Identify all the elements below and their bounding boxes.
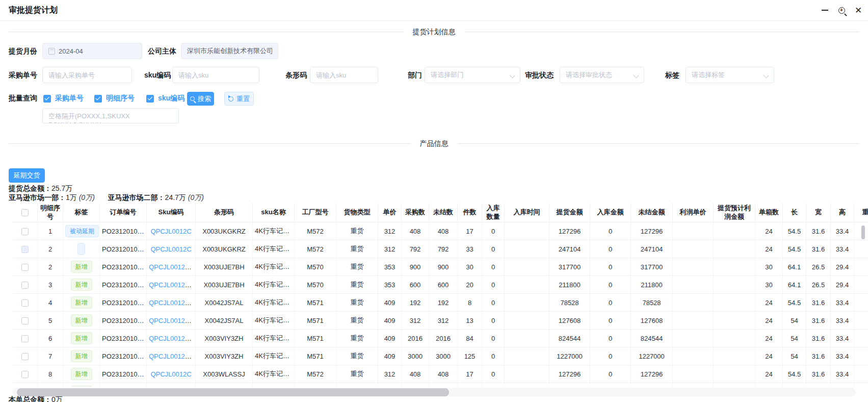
cell-unsettled_amt: 824544 — [631, 330, 673, 347]
cell-seq: 5 — [38, 312, 63, 330]
row-checkbox[interactable] — [21, 282, 29, 289]
minimize-icon[interactable] — [820, 6, 829, 15]
tag-select[interactable]: 请选择标签 — [686, 67, 774, 83]
batch-checkbox-seq-label[interactable]: 明细序号 — [106, 94, 135, 103]
row-checkbox[interactable] — [21, 299, 29, 307]
cell-unsettled: 2016 — [429, 330, 458, 347]
horizontal-scrollbar-thumb[interactable] — [17, 388, 449, 396]
checkbox-checked-icon[interactable] — [146, 95, 154, 103]
zoom-in-icon[interactable] — [837, 6, 846, 15]
column-header: sku名称 — [253, 203, 295, 222]
tag-badge: 新增 — [71, 314, 92, 326]
row-checkbox[interactable] — [21, 353, 29, 360]
row-checkbox[interactable] — [21, 246, 29, 253]
cell-len: 54.5 — [783, 365, 806, 383]
checkbox-checked-icon[interactable] — [43, 95, 51, 103]
sku-link[interactable]: QPCJL0012AOM — [149, 263, 196, 271]
cell-sku: QPCJL0012C — [147, 365, 196, 383]
cell-value: M571 — [307, 335, 324, 342]
cell-value: 4K行车记录... — [255, 370, 295, 378]
sku-input[interactable] — [178, 71, 253, 79]
checkbox-checked-icon[interactable] — [94, 95, 102, 103]
sku-link[interactable]: QPCJL0012AOM — [149, 281, 196, 289]
market1-label: 亚马逊市场一部： — [9, 193, 66, 202]
cell-value: 84 — [466, 335, 473, 342]
reset-button[interactable]: 重置 — [224, 92, 254, 106]
cell-qty: 312 — [402, 312, 429, 330]
table-row: 2新增PO2312010003QPCJL0012AOMX003UJE7BH4K行… — [12, 258, 868, 276]
vertical-scrollbar-thumb[interactable] — [861, 225, 865, 239]
sku-link[interactable]: QPCJL0012C — [150, 245, 191, 253]
sku-link[interactable]: QPCJL0012BOM — [149, 335, 196, 342]
cell-value: 408 — [438, 228, 449, 235]
cell-profit_price — [673, 347, 714, 365]
pickup-total: 提货总金额：25.7万 — [9, 184, 72, 193]
table-row: 8新增PO2312010003QPCJL0012CX003WLASSJ4K行车记… — [12, 365, 868, 383]
cell-value: 64.1 — [788, 281, 801, 289]
sku-link[interactable]: QPCJL0012C — [150, 370, 191, 378]
sku-link[interactable]: QPCJL0012BOM — [149, 299, 196, 307]
cell-unsettled_amt: 317700 — [631, 258, 673, 276]
row-checkbox[interactable] — [21, 335, 29, 342]
order-total: 本单总金额：0万 — [9, 395, 63, 402]
department-select[interactable]: 请选择部门 — [425, 67, 520, 83]
cell-cargo: 重货 — [336, 365, 378, 383]
defer-delivery-button[interactable]: 延期交货 — [9, 168, 45, 183]
cell-value: 127608 — [559, 317, 581, 324]
po-input[interactable] — [48, 71, 126, 79]
cell-value: 4K行车记录... — [255, 334, 295, 342]
cell-in_time — [505, 240, 549, 258]
cell-tag: 新增 — [63, 365, 100, 383]
cell-value: 2016 — [436, 335, 451, 342]
column-header: 高 — [831, 203, 854, 222]
column-header: 未结数 — [429, 203, 458, 222]
row-checkbox[interactable] — [21, 371, 29, 378]
cell-value: PO2312010003 — [102, 263, 147, 271]
close-icon[interactable]: ✕ — [854, 6, 863, 15]
cell-value: X003UJE7BH — [203, 263, 244, 271]
column-header: 提货预计利润金额 — [714, 203, 755, 222]
batch-checkbox-po-label[interactable]: 采购单号 — [55, 94, 84, 103]
row-checkbox[interactable] — [21, 317, 29, 324]
batch-checkbox-po[interactable]: 采购单号 — [43, 92, 84, 105]
cell-model: M572 — [295, 222, 336, 240]
tag-badge: 被动延期 — [65, 225, 99, 237]
cell-price: 353 — [378, 258, 402, 276]
batch-checkbox-sku[interactable]: sku编码 — [146, 92, 185, 105]
cell-value: 重货 — [351, 245, 364, 253]
column-header: 明细序号 — [38, 203, 63, 222]
approval-status-select[interactable]: 请选择审批状态 — [560, 67, 644, 83]
cell-unsettled_amt: 78528 — [631, 294, 673, 312]
cell-value: 17 — [466, 370, 473, 378]
batch-query-textarea[interactable] — [42, 108, 179, 123]
barcode-input[interactable] — [316, 71, 372, 79]
column-header: 条形码 — [196, 203, 253, 222]
cell-value: 29.4 — [836, 281, 849, 289]
cell-in_amt: 0 — [590, 258, 631, 276]
row-checkbox[interactable] — [21, 264, 29, 271]
search-button[interactable]: 搜索 — [187, 92, 214, 106]
cell-in_qty: 0 — [482, 240, 505, 258]
batch-checkbox-seq[interactable]: 明细序号 — [94, 92, 135, 105]
cell-value: 6 — [48, 335, 52, 342]
sku-link[interactable]: QPCJL0012BOM — [149, 353, 196, 360]
sku-link[interactable]: QPCJL0012C — [150, 228, 191, 235]
cell-seq: 2 — [38, 240, 63, 258]
refresh-icon — [227, 95, 234, 102]
cell-len: 54 — [783, 330, 806, 347]
row-select-cell — [12, 240, 38, 258]
select-all-checkbox[interactable] — [21, 209, 29, 216]
cell-value: 125 — [464, 353, 476, 360]
company-select[interactable]: 深圳市乐能创新技术有限公司 — [181, 43, 278, 59]
batch-checkbox-sku-label[interactable]: sku编码 — [158, 94, 185, 103]
cell-wid: 31.6 — [806, 347, 831, 365]
cell-sku: QPCJL0012AOM — [147, 258, 196, 276]
cell-weight — [854, 258, 868, 276]
row-checkbox[interactable] — [21, 228, 29, 235]
sku-link[interactable]: QPCJL0012BOM — [149, 317, 196, 324]
department-label: 部门 — [408, 67, 422, 83]
cell-value: X003UJE7BH — [203, 281, 244, 289]
cell-pieces: 20 — [458, 276, 482, 294]
pickup-month-input[interactable]: 2024-04 — [42, 43, 142, 59]
horizontal-scrollbar-track[interactable] — [12, 388, 856, 396]
